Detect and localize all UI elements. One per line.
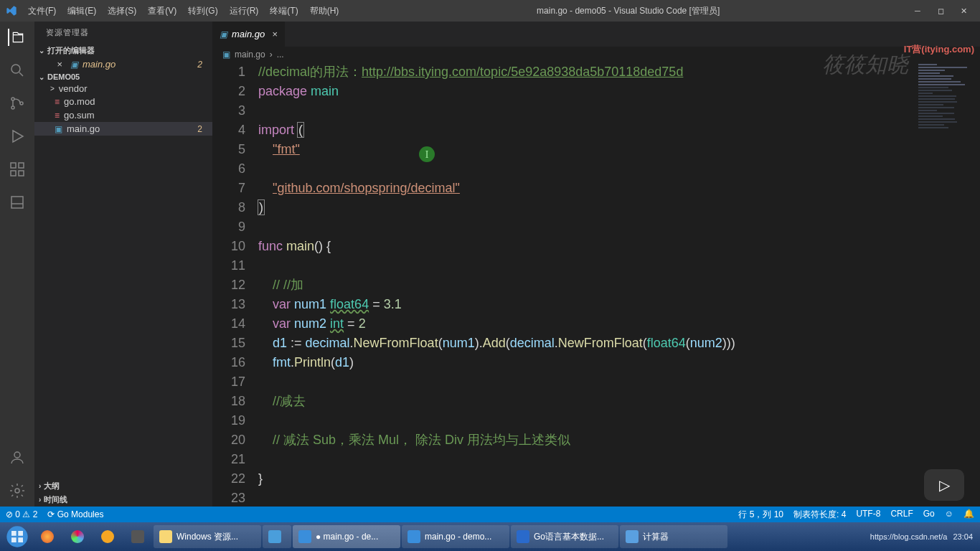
folder-item[interactable]: >vendor xyxy=(34,83,212,95)
project-header[interactable]: ⌄DEMO05 xyxy=(34,71,212,83)
tab-label: main.go xyxy=(232,29,265,39)
open-editor-item[interactable]: ×▣main.go2 xyxy=(34,57,212,71)
source-control-icon[interactable] xyxy=(9,95,26,112)
file-icon: ▣ xyxy=(55,124,62,134)
system-tray[interactable]: https://blog.csdn.net/a 23:04 xyxy=(870,532,977,541)
taskbar-app-icon[interactable] xyxy=(63,525,92,548)
maximize-button[interactable]: ◻ xyxy=(936,6,946,16)
editor-tabs: ▣ main.go × xyxy=(212,22,980,47)
settings-gear-icon[interactable] xyxy=(9,482,26,499)
go-file-icon: ▣ xyxy=(222,50,230,60)
menu-item[interactable]: 编辑(E) xyxy=(62,2,101,20)
svg-point-2 xyxy=(11,106,14,109)
go-file-icon: ▣ xyxy=(220,29,227,39)
menu-bar: 文件(F)编辑(E)选择(S)查看(V)转到(G)运行(R)终端(T)帮助(H) xyxy=(23,2,344,20)
close-button[interactable]: ✕ xyxy=(958,6,969,16)
run-debug-icon[interactable] xyxy=(9,128,26,145)
explorer-sidebar: 资源管理器 ⌄打开的编辑器 ×▣main.go2 ⌄DEMO05 >vendor… xyxy=(34,22,212,507)
windows-taskbar: Windows 资源...● main.go - de...main.go - … xyxy=(0,522,980,551)
app-icon xyxy=(407,530,420,543)
code-content[interactable]: //decimal的用法：http://bbs.itying.com/topic… xyxy=(258,62,980,507)
window-title: main.go - demo05 - Visual Studio Code [管… xyxy=(344,5,913,17)
svg-rect-5 xyxy=(19,163,24,168)
svg-point-10 xyxy=(15,489,19,493)
sidebar-title: 资源管理器 xyxy=(34,22,212,44)
breadcrumb[interactable]: ▣ main.go › ... xyxy=(212,47,980,62)
svg-point-11 xyxy=(6,526,27,547)
svg-point-1 xyxy=(11,98,14,100)
close-icon[interactable]: × xyxy=(55,59,65,70)
svg-point-0 xyxy=(11,65,20,73)
go-file-icon: ▣ xyxy=(70,60,78,70)
app-icon xyxy=(268,530,281,543)
menu-item[interactable]: 终端(T) xyxy=(265,2,303,20)
panel-icon[interactable] xyxy=(9,194,26,211)
menu-item[interactable]: 文件(F) xyxy=(23,2,61,20)
taskbar-app[interactable] xyxy=(263,525,291,548)
menu-item[interactable]: 选择(S) xyxy=(103,2,141,20)
taskbar-app-icon[interactable] xyxy=(123,525,152,548)
taskbar-app[interactable]: Windows 资源... xyxy=(154,525,261,548)
svg-rect-7 xyxy=(19,171,24,176)
status-item[interactable]: 制表符长度: 4 xyxy=(793,509,846,521)
menu-item[interactable]: 转到(G) xyxy=(183,2,222,20)
app-icon xyxy=(517,530,529,543)
menu-item[interactable]: 运行(R) xyxy=(225,2,264,20)
outline-header[interactable]: ›大纲 xyxy=(34,479,212,493)
explorer-icon[interactable] xyxy=(8,29,25,46)
status-item[interactable]: CRLF xyxy=(890,509,913,521)
menu-item[interactable]: 查看(V) xyxy=(143,2,182,20)
status-item[interactable]: 行 5，列 10 xyxy=(738,509,783,521)
minimap[interactable] xyxy=(915,62,980,507)
status-bar: ⊘ 0 ⚠ 2⟳ Go Modules 行 5，列 10制表符长度: 4UTF-… xyxy=(0,507,980,522)
file-item[interactable]: ▣main.go2 xyxy=(34,122,212,136)
tab-close-icon[interactable]: × xyxy=(272,29,278,39)
bilibili-play-icon[interactable] xyxy=(924,469,964,501)
file-item[interactable]: ≡go.sum xyxy=(34,108,212,122)
minimize-button[interactable]: ─ xyxy=(913,6,923,16)
taskbar-app[interactable]: 计算器 xyxy=(620,525,727,548)
timeline-header[interactable]: ›时间线 xyxy=(34,493,212,507)
text-cursor-icon: I xyxy=(419,146,435,162)
vscode-logo-icon xyxy=(6,5,17,17)
taskbar-app[interactable]: Go语言基本数据... xyxy=(511,525,618,548)
app-icon xyxy=(159,530,172,543)
file-item[interactable]: ≡go.mod xyxy=(34,95,212,108)
status-item[interactable]: UTF-8 xyxy=(856,509,880,521)
status-item[interactable]: ☺ xyxy=(945,509,953,521)
svg-point-9 xyxy=(14,452,20,458)
status-item[interactable]: Go xyxy=(923,509,935,521)
file-icon: ≡ xyxy=(55,110,60,121)
status-item[interactable]: ⊘ 0 ⚠ 2 xyxy=(6,509,37,519)
open-editors-header[interactable]: ⌄打开的编辑器 xyxy=(34,44,212,57)
app-icon xyxy=(626,530,639,543)
line-gutter: 1234567891011121314151617181920212223 xyxy=(212,62,258,507)
activity-bar xyxy=(0,22,34,507)
start-button[interactable] xyxy=(3,525,32,548)
app-icon xyxy=(298,530,311,543)
extensions-icon[interactable] xyxy=(9,161,26,178)
file-icon: ≡ xyxy=(55,97,60,107)
taskbar-app[interactable]: main.go - demo... xyxy=(402,525,509,548)
svg-rect-4 xyxy=(11,163,16,168)
menu-item[interactable]: 帮助(H) xyxy=(305,2,344,20)
accounts-icon[interactable] xyxy=(9,449,26,466)
search-icon[interactable] xyxy=(9,62,26,79)
taskbar-firefox-icon[interactable] xyxy=(33,525,62,548)
taskbar-app[interactable]: ● main.go - de... xyxy=(293,525,400,548)
tab-main-go[interactable]: ▣ main.go × xyxy=(212,22,286,47)
status-item[interactable]: 🔔 xyxy=(963,509,974,521)
titlebar: 文件(F)编辑(E)选择(S)查看(V)转到(G)运行(R)终端(T)帮助(H)… xyxy=(0,0,980,22)
svg-rect-6 xyxy=(11,171,16,176)
code-editor[interactable]: 1234567891011121314151617181920212223 //… xyxy=(212,62,980,507)
status-item[interactable]: ⟳ Go Modules xyxy=(47,509,103,519)
svg-rect-8 xyxy=(11,197,23,208)
taskbar-app-icon[interactable] xyxy=(93,525,122,548)
window-controls: ─ ◻ ✕ xyxy=(913,6,974,16)
editor-area: ▣ main.go × ▣ main.go › ... 123456789101… xyxy=(212,22,980,507)
